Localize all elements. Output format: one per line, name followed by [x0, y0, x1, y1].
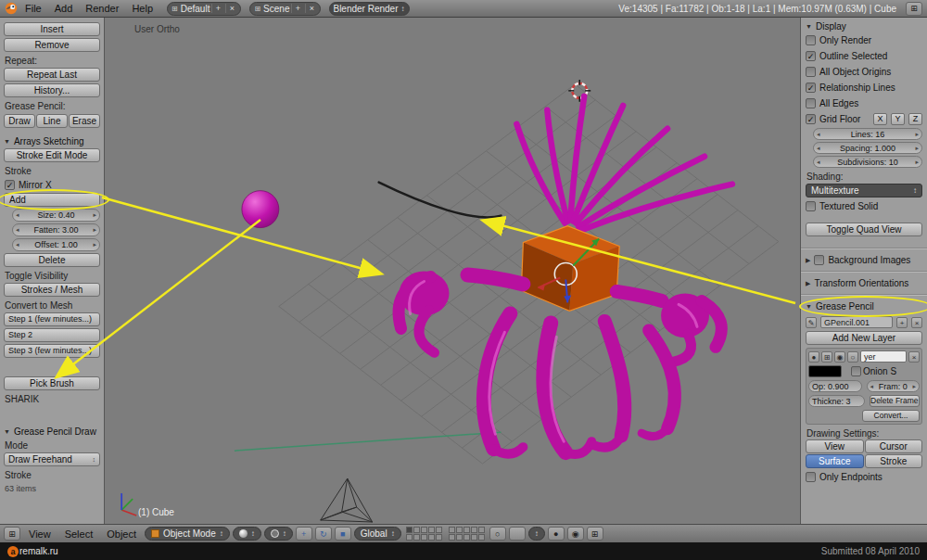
offset-slider[interactable]: ◂ Offset: 1.00 ▸ — [12, 238, 100, 251]
add-scene-button[interactable]: + — [291, 4, 303, 13]
grid-axis-x-button[interactable]: X — [873, 113, 887, 125]
relationship-lines-checkbox[interactable]: ✓ — [806, 83, 816, 93]
size-slider[interactable]: ◂ Size: 0.40 ▸ — [12, 209, 100, 222]
mode-dropdown[interactable]: Object Mode ↕ — [145, 527, 230, 541]
repeat-last-button[interactable]: Repeat Last — [4, 68, 100, 82]
lock-to-scene-icon[interactable]: ○ — [489, 527, 506, 541]
gpencil-datablock-field[interactable]: GPencil.001 — [820, 316, 893, 328]
grid-axis-y-button[interactable]: Y — [891, 113, 905, 125]
insert-button[interactable]: Insert — [4, 22, 100, 36]
step2-button[interactable]: Step 2 — [4, 328, 100, 342]
onion-skin-checkbox[interactable] — [851, 366, 861, 376]
pick-brush-button[interactable]: Pick Brush — [4, 376, 100, 390]
decrement-icon[interactable]: ◂ — [817, 159, 820, 166]
add-layout-button[interactable]: + — [211, 4, 223, 13]
mirror-x-checkbox[interactable]: ✓ — [5, 180, 15, 190]
menu-file[interactable]: File — [19, 3, 47, 14]
all-object-origins-checkbox[interactable] — [806, 67, 816, 77]
strokes-mesh-button[interactable]: Strokes / Mesh — [4, 283, 100, 297]
3d-viewport[interactable]: User Ortho (1) Cube — [105, 18, 800, 524]
slider-left-icon[interactable]: ◂ — [16, 226, 19, 234]
frame-field[interactable]: ◂ Fram: 0 ▸ — [867, 380, 921, 392]
increment-icon[interactable]: ▸ — [915, 145, 919, 152]
decrement-icon[interactable]: ◂ — [817, 145, 820, 152]
render-engine-dropdown[interactable]: Blender Render ↕ — [329, 2, 409, 16]
draw-cursor-button[interactable]: Cursor — [865, 439, 923, 453]
layer-name-field[interactable]: yer — [860, 350, 907, 363]
background-images-panel-header[interactable]: ▶ Background Images — [806, 253, 922, 267]
all-edges-checkbox[interactable] — [806, 98, 816, 108]
convert-button[interactable]: Convert... — [862, 410, 920, 422]
line-button[interactable]: Line — [36, 114, 68, 128]
delete-button[interactable]: Delete — [4, 253, 100, 267]
only-render-checkbox[interactable] — [806, 35, 816, 45]
menu-object[interactable]: Object — [101, 528, 142, 540]
slider-left-icon[interactable]: ◂ — [16, 211, 19, 219]
grid-axis-z-button[interactable]: Z — [908, 113, 922, 125]
add-new-layer-button[interactable]: Add New Layer — [806, 331, 922, 345]
fatten-slider[interactable]: ◂ Fatten: 3.00 ▸ — [12, 223, 100, 236]
draw-mode-dropdown[interactable]: Draw Freehand ↕ — [4, 452, 100, 466]
wireframe-pyramid[interactable] — [321, 478, 373, 522]
site-name[interactable]: remalk.ru — [19, 546, 58, 556]
transform-orientations-panel-header[interactable]: ▶ Transform Orientations — [806, 276, 922, 290]
transform-orientation-dropdown[interactable]: Global ↕ — [354, 527, 401, 541]
layers-widget-left[interactable] — [406, 527, 442, 541]
increment-icon[interactable]: ▸ — [915, 159, 919, 166]
increment-icon[interactable]: ▸ — [912, 383, 916, 390]
outline-selected-checkbox[interactable]: ✓ — [806, 51, 816, 61]
grease-pencil-stroke[interactable] — [379, 183, 502, 218]
slider-right-icon[interactable]: ▸ — [93, 211, 96, 219]
slider-right-icon[interactable]: ▸ — [93, 226, 96, 234]
layer-dot-icon[interactable]: ● — [808, 351, 819, 363]
menu-select[interactable]: Select — [59, 528, 99, 540]
manipulator-scale-icon[interactable]: ■ — [335, 527, 351, 541]
grid-floor-checkbox[interactable]: ✓ — [806, 114, 816, 124]
step3-button[interactable]: Step 3 (few minutes...) — [4, 344, 100, 358]
snap-element-dropdown[interactable]: ↕ — [528, 527, 545, 541]
blender-logo-icon[interactable] — [5, 2, 18, 15]
history-button[interactable]: History... — [4, 83, 100, 97]
render-opengl-icon[interactable]: ◉ — [567, 527, 584, 541]
stroke-edit-mode-button[interactable]: Stroke Edit Mode — [4, 148, 100, 162]
textured-solid-checkbox[interactable] — [806, 201, 816, 211]
scene-selector[interactable]: ⊞ Scene + × — [249, 2, 321, 16]
draw-surface-button[interactable]: Surface — [806, 454, 864, 468]
grid-lines-field[interactable]: ◂ Lines: 16 ▸ — [813, 128, 922, 140]
arrays-sketching-panel-header[interactable]: ▼ Arrays Sketching — [4, 136, 100, 146]
decrement-icon[interactable]: ◂ — [817, 131, 820, 138]
layer-eye-icon[interactable]: ◉ — [834, 351, 845, 363]
grease-pencil-panel-header[interactable]: ▼ Grease Pencil — [806, 299, 922, 313]
manipulator-translate-icon[interactable]: + — [296, 527, 312, 541]
manipulator-rotate-icon[interactable]: ↻ — [315, 527, 332, 541]
remove-button[interactable]: Remove — [4, 38, 100, 52]
menu-help[interactable]: Help — [126, 3, 159, 14]
draw-button[interactable]: Draw — [4, 114, 35, 128]
pivot-point-dropdown[interactable]: ↕ — [264, 527, 293, 541]
opacity-field[interactable]: Op: 0.900 — [808, 380, 862, 392]
only-endpoints-checkbox[interactable] — [806, 472, 816, 482]
delete-layout-button[interactable]: × — [225, 4, 237, 13]
layer-onion-icon[interactable]: ○ — [847, 351, 858, 363]
shading-mode-dropdown[interactable]: Multitexture ↕ — [806, 184, 922, 197]
decrement-icon[interactable]: ◂ — [870, 383, 874, 390]
render-opengl-anim-icon[interactable]: ⊞ — [587, 527, 603, 541]
menu-add[interactable]: Add — [49, 3, 79, 14]
display-panel-header[interactable]: ▼ Display — [806, 21, 922, 32]
layers-widget-right[interactable] — [449, 527, 485, 541]
toggle-quad-view-button[interactable]: Toggle Quad View — [806, 223, 922, 236]
proportional-edit-icon[interactable]: ● — [548, 527, 565, 541]
thickness-field[interactable]: Thickne: 3 — [808, 395, 865, 407]
sphere-object[interactable] — [242, 191, 279, 228]
slider-left-icon[interactable]: ◂ — [16, 241, 19, 248]
delete-scene-button[interactable]: × — [305, 4, 317, 13]
cube-object[interactable] — [521, 226, 619, 312]
delete-layer-icon[interactable]: × — [908, 351, 920, 363]
menu-view[interactable]: View — [23, 528, 57, 540]
step1-button[interactable]: Step 1 (few minutes...) — [4, 312, 100, 326]
window-layout-icon[interactable]: ⊞ — [906, 2, 922, 16]
screen-layout-selector[interactable]: ⊞ Default + × — [167, 2, 241, 16]
slider-right-icon[interactable]: ▸ — [93, 241, 96, 248]
add-datablock-icon[interactable]: + — [896, 317, 908, 328]
grid-subdivisions-field[interactable]: ◂ Subdivisions: 10 ▸ — [813, 156, 922, 168]
